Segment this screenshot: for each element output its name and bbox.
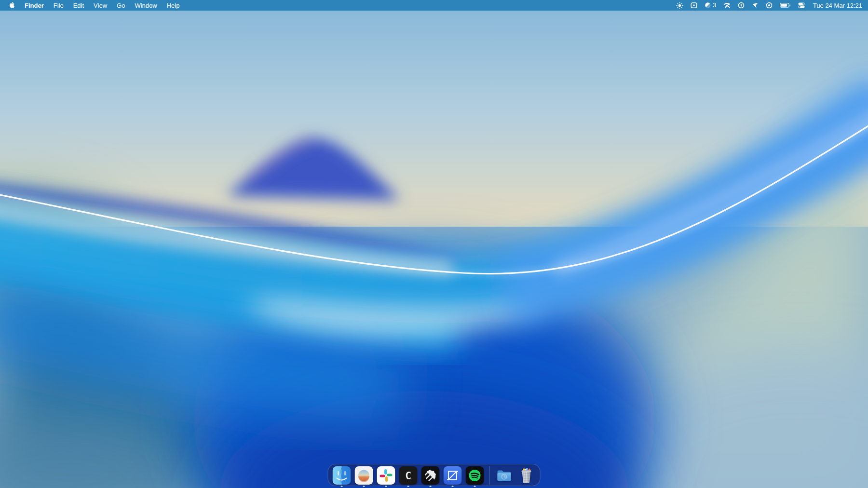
running-indicator — [474, 486, 476, 488]
running-indicator — [341, 486, 343, 488]
running-indicator — [363, 486, 365, 488]
dock-separator — [489, 466, 490, 485]
running-indicator — [407, 486, 409, 488]
menu-app-name[interactable]: Finder — [20, 0, 49, 11]
spotify-icon — [466, 466, 484, 485]
apple-menu[interactable] — [5, 0, 20, 11]
desktop-wallpaper — [0, 0, 868, 488]
dock-item-slack[interactable] — [377, 466, 395, 487]
menu-go[interactable]: Go — [112, 0, 130, 11]
menu-view[interactable]: View — [89, 0, 112, 11]
keyhole-ring-icon[interactable] — [738, 0, 745, 11]
menu-bar-left: Finder File Edit View Go Window Help — [0, 0, 184, 11]
dock-item-weather-sunrise[interactable] — [355, 466, 373, 487]
folder-icon — [495, 466, 514, 485]
record-icon[interactable] — [766, 0, 773, 11]
contrast-badge-icon[interactable]: 3 — [705, 0, 716, 11]
status-badge-count: 3 — [713, 2, 716, 9]
control-center-icon[interactable] — [798, 0, 805, 11]
menu-bar-status: 3 — [676, 0, 868, 11]
striped-sphere-icon — [421, 466, 440, 485]
running-indicator — [452, 486, 454, 488]
menu-window[interactable]: Window — [130, 0, 162, 11]
svg-text:C: C — [405, 470, 411, 482]
sunrise-icon — [355, 466, 373, 485]
dock-item-spotify[interactable] — [466, 466, 484, 487]
dock-item-finder[interactable] — [333, 466, 351, 487]
apple-icon — [9, 1, 15, 9]
stage-manager-icon[interactable] — [691, 0, 697, 11]
dock: C — [328, 464, 541, 486]
pointer-flag-icon[interactable] — [752, 0, 759, 11]
menu-bar-clock[interactable]: Tue 24 Mar 12:21 — [812, 2, 862, 9]
dock-item-linear[interactable] — [421, 466, 440, 487]
rewind-icon[interactable] — [723, 0, 731, 11]
pixel-c-icon: C — [399, 466, 418, 485]
z-frame-icon — [444, 466, 462, 485]
menu-bar: Finder File Edit View Go Window Help 3 — [0, 0, 868, 11]
dock-item-downloads-folder[interactable] — [495, 466, 514, 485]
dock-item-calendar-c[interactable]: C — [399, 466, 418, 487]
dock-item-zed[interactable] — [444, 466, 462, 487]
dock-item-trash[interactable] — [517, 466, 536, 485]
battery-icon[interactable] — [780, 0, 791, 11]
running-indicator — [385, 486, 387, 488]
menu-edit[interactable]: Edit — [68, 0, 89, 11]
brightness-icon[interactable] — [676, 0, 683, 11]
running-indicator — [430, 486, 432, 488]
trash-full-icon — [517, 466, 536, 485]
slack-icon — [377, 466, 395, 485]
finder-icon — [333, 466, 351, 485]
menu-file[interactable]: File — [49, 0, 68, 11]
menu-help[interactable]: Help — [162, 0, 185, 11]
